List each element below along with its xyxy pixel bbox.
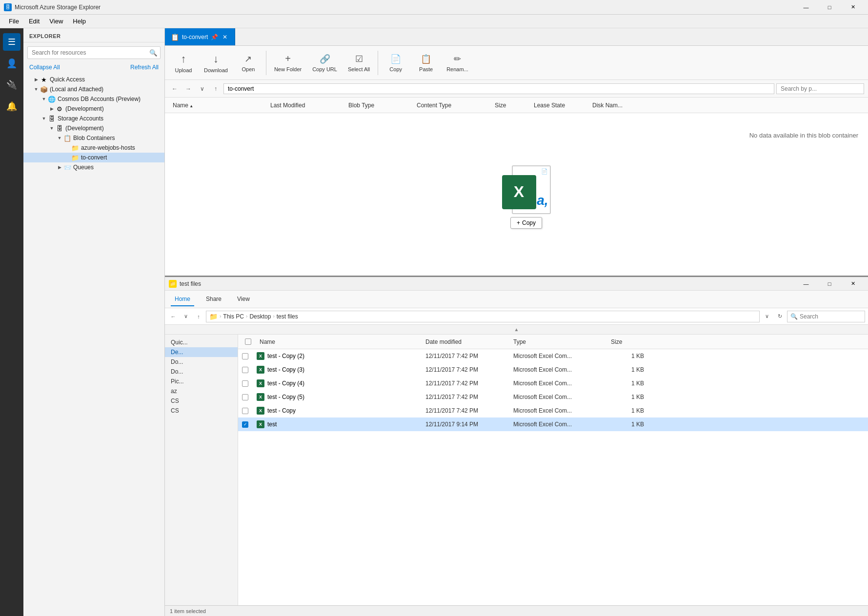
collapse-all-link[interactable]: Collapse All: [29, 64, 60, 71]
win-close-button[interactable]: ✕: [842, 277, 864, 291]
row-checkbox-3[interactable]: [242, 394, 257, 400]
row-checkbox-2[interactable]: [242, 380, 257, 387]
ribbon-tab-home[interactable]: Home: [171, 293, 194, 306]
col-lease-header[interactable]: Lease State: [530, 102, 588, 109]
copy-url-button[interactable]: 🔗 Copy URL: [307, 52, 342, 74]
win-address-bar: ← ∨ ↑ 📁 › This PC › Desktop › test files…: [165, 308, 868, 325]
win-breadcrumb-down-button[interactable]: ∨: [762, 311, 772, 322]
sidebar-item-6[interactable]: CS: [165, 396, 238, 406]
win-minimize-button[interactable]: —: [795, 277, 817, 291]
down-button[interactable]: ∨: [196, 83, 208, 95]
tree-item-storage-accounts[interactable]: ▼ 🗄 Storage Accounts: [23, 114, 164, 123]
header-checkbox[interactable]: [245, 338, 251, 345]
table-row[interactable]: X test - Copy (3) 12/11/2017 7:42 PM Mic…: [238, 363, 868, 377]
excel-file-icon: X: [257, 352, 264, 360]
menu-file[interactable]: File: [4, 16, 24, 27]
win-refresh-button[interactable]: ↻: [774, 311, 785, 322]
col-size-header[interactable]: Size: [491, 102, 530, 109]
row-checkbox-5[interactable]: ✓: [242, 421, 257, 428]
col-blob-header[interactable]: Blob Type: [344, 102, 413, 109]
search-icon-button[interactable]: 🔍: [149, 49, 158, 57]
tree-arrow: ▶: [57, 164, 62, 170]
col-date-header[interactable]: Date modified: [423, 338, 510, 345]
tree-item-queues[interactable]: ▶ 📨 Queues: [23, 162, 164, 172]
col-modified-header[interactable]: Last Modified: [266, 102, 344, 109]
table-row[interactable]: X test - Copy 12/11/2017 7:42 PM Microso…: [238, 404, 868, 417]
breadcrumb-test-files[interactable]: test files: [277, 313, 298, 320]
storage-icon: 🗄: [48, 115, 56, 122]
back-button[interactable]: ←: [169, 83, 181, 95]
search-input[interactable]: [27, 46, 161, 59]
tree-item-dev-cosmos[interactable]: ▶ ⚙ (Development): [23, 104, 164, 114]
table-row[interactable]: X test - Copy (2) 12/11/2017 7:42 PM Mic…: [238, 349, 868, 363]
up-button[interactable]: ↑: [210, 83, 222, 95]
col-size-header-win[interactable]: Size: [608, 338, 647, 345]
upload-button[interactable]: ↑ Upload: [169, 51, 198, 75]
table-row[interactable]: ✓ X test 12/11/2017 9:14 PM Microsoft Ex…: [238, 417, 868, 431]
row-date-4: 12/11/2017 7:42 PM: [423, 407, 510, 414]
table-row[interactable]: X test - Copy (4) 12/11/2017 7:42 PM Mic…: [238, 377, 868, 390]
refresh-all-link[interactable]: Refresh All: [130, 64, 159, 71]
breadcrumb-this-pc[interactable]: This PC: [223, 313, 244, 320]
tree-label: (Development): [65, 105, 104, 112]
tab-close-button[interactable]: ✕: [221, 33, 229, 41]
breadcrumb-desktop[interactable]: Desktop: [249, 313, 271, 320]
open-button[interactable]: ↗ Open: [234, 52, 263, 74]
col-disk-header[interactable]: Disk Nam...: [588, 102, 647, 109]
search-by-input[interactable]: [776, 83, 864, 94]
select-all-button[interactable]: ☑ Select All: [343, 52, 375, 74]
menu-help[interactable]: Help: [68, 16, 91, 27]
tree-item-quick-access[interactable]: ▶ ★ Quick Access: [23, 75, 164, 84]
row-checkbox-0[interactable]: [242, 353, 257, 359]
sidebar-item-7[interactable]: CS: [165, 406, 238, 416]
copy-button[interactable]: 📄 Copy: [381, 52, 410, 74]
win-maximize-button[interactable]: □: [818, 277, 841, 291]
plug-icon[interactable]: 🔌: [3, 76, 20, 94]
sidebar-item-0[interactable]: Quic...: [165, 338, 238, 347]
table-row[interactable]: X test - Copy (5) 12/11/2017 7:42 PM Mic…: [238, 390, 868, 404]
menu-edit[interactable]: Edit: [24, 16, 44, 27]
maximize-button[interactable]: □: [818, 0, 841, 15]
user-icon[interactable]: 👤: [3, 55, 20, 72]
copy-drag-button[interactable]: + Copy: [510, 217, 542, 229]
paste-button[interactable]: 📋 Paste: [411, 52, 441, 74]
ribbon-tab-share[interactable]: Share: [202, 293, 225, 306]
sidebar-item-2[interactable]: Do...: [165, 357, 238, 367]
win-down-button[interactable]: ∨: [181, 311, 191, 322]
new-folder-button[interactable]: + New Folder: [269, 51, 306, 74]
sidebar-item-1[interactable]: De...: [165, 347, 238, 357]
col-name-header[interactable]: Name: [169, 102, 266, 109]
win-search-input[interactable]: [800, 313, 848, 320]
bell-icon[interactable]: 🔔: [3, 98, 20, 115]
rename-button[interactable]: ✏ Renam...: [442, 52, 473, 74]
address-input[interactable]: [223, 83, 774, 94]
tree-item-to-convert[interactable]: 📁 to-convert: [23, 153, 164, 162]
win-up-button[interactable]: ↑: [193, 311, 204, 322]
col-content-header[interactable]: Content Type: [413, 102, 491, 109]
minimize-button[interactable]: —: [795, 0, 817, 15]
win-back-button[interactable]: ←: [168, 311, 179, 322]
close-button[interactable]: ✕: [842, 0, 864, 15]
menu-view[interactable]: View: [44, 16, 68, 27]
azure-tab[interactable]: 📋 to-convert 📌 ✕: [165, 28, 235, 45]
ribbon-tab-view[interactable]: View: [233, 293, 254, 306]
download-button[interactable]: ↓ Download: [199, 51, 233, 75]
col-type-header[interactable]: Type: [510, 338, 608, 345]
row-checkbox-4[interactable]: [242, 408, 257, 414]
sidebar-item-4[interactable]: Pic...: [165, 377, 238, 386]
tree-item-cosmos-db[interactable]: ▼ 🌐 Cosmos DB Accounts (Preview): [23, 94, 164, 104]
row-type-3: Microsoft Excel Com...: [510, 394, 608, 400]
forward-button[interactable]: →: [182, 83, 194, 95]
col-name-header-win[interactable]: Name: [257, 338, 423, 345]
sidebar-item-3[interactable]: Do...: [165, 367, 238, 377]
tree-item-blob-containers[interactable]: ▼ 📋 Blob Containers: [23, 133, 164, 143]
menu-icon[interactable]: ☰: [3, 33, 20, 51]
win-sidebar: Quic... De... Do... Do... Pic... az CS C…: [165, 335, 238, 605]
copy-drag-label: Copy: [522, 219, 536, 226]
row-checkbox-1[interactable]: [242, 367, 257, 373]
blob-body: No data available in this blob container…: [165, 113, 868, 276]
tree-item-local-attached[interactable]: ▼ 📦 (Local and Attached): [23, 84, 164, 94]
tree-item-webjobs[interactable]: 📁 azure-webjobs-hosts: [23, 143, 164, 153]
tree-item-dev-storage[interactable]: ▼ 🗄 (Development): [23, 123, 164, 133]
sidebar-item-5[interactable]: az: [165, 386, 238, 396]
